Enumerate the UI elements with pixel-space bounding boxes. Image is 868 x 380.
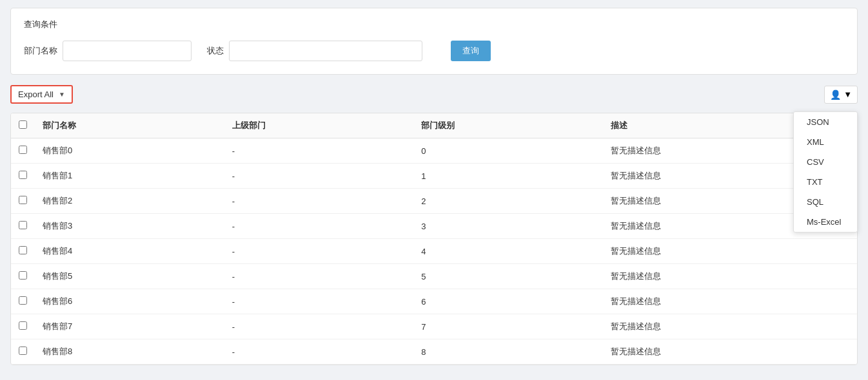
cell-description: 暂无描述信息 <box>603 239 857 264</box>
status-input[interactable] <box>229 41 422 61</box>
cell-parent-dept: - <box>224 264 414 289</box>
table-row: 销售部5 - 5 暂无描述信息 <box>11 264 857 289</box>
row-checkbox-1[interactable] <box>19 171 27 179</box>
row-checkbox-0[interactable] <box>19 146 27 154</box>
row-checkbox-6[interactable] <box>19 296 27 305</box>
cell-parent-dept: - <box>224 189 414 214</box>
row-checkbox-cell <box>11 339 35 365</box>
dropdown-item-txt[interactable]: TXT <box>794 172 857 192</box>
select-all-checkbox[interactable] <box>19 120 27 129</box>
cell-dept-level: 6 <box>413 289 603 314</box>
cell-dept-level: 4 <box>413 239 603 264</box>
export-all-button[interactable]: Export All ▼ <box>10 85 73 104</box>
cell-parent-dept: - <box>224 164 414 189</box>
status-label: 状态 <box>207 45 224 57</box>
row-checkbox-cell <box>11 214 35 239</box>
cell-dept-name: 销售部6 <box>35 289 224 314</box>
data-table-wrapper: 部门名称 上级部门 部门级别 描述 销售部0 - 0 暂无描述信息 销售部1 -… <box>10 113 858 365</box>
row-checkbox-2[interactable] <box>19 196 27 204</box>
cell-description: 暂无描述信息 <box>603 289 857 314</box>
row-checkbox-5[interactable] <box>19 271 27 280</box>
table-row: 销售部7 - 7 暂无描述信息 <box>11 314 857 339</box>
dropdown-item-sql[interactable]: SQL <box>794 192 857 212</box>
data-table: 部门名称 上级部门 部门级别 描述 销售部0 - 0 暂无描述信息 销售部1 -… <box>11 113 857 365</box>
cell-dept-level: 5 <box>413 264 603 289</box>
cell-description: 暂无描述信息 <box>603 264 857 289</box>
cell-dept-level: 3 <box>413 214 603 239</box>
cell-dept-level: 8 <box>413 339 603 365</box>
table-body: 销售部0 - 0 暂无描述信息 销售部1 - 1 暂无描述信息 销售部2 - 2… <box>11 138 857 365</box>
cell-dept-name: 销售部0 <box>35 138 224 164</box>
header-checkbox-cell <box>11 113 35 138</box>
cell-parent-dept: - <box>224 214 414 239</box>
dept-name-label: 部门名称 <box>24 45 57 57</box>
row-checkbox-cell <box>11 138 35 164</box>
table-row: 销售部3 - 3 暂无描述信息 <box>11 214 857 239</box>
row-checkbox-cell <box>11 264 35 289</box>
table-row: 销售部4 - 4 暂无描述信息 <box>11 239 857 264</box>
row-checkbox-cell <box>11 314 35 339</box>
cell-dept-name: 销售部4 <box>35 239 224 264</box>
cell-dept-name: 销售部3 <box>35 214 224 239</box>
toolbar-right: 👤 ▼ JSON XML CSV TXT SQL Ms-Excel <box>824 86 858 104</box>
dropdown-item-msexcel[interactable]: Ms-Excel <box>794 212 857 232</box>
query-form: 部门名称 状态 查询 <box>24 41 844 61</box>
table-row: 销售部2 - 2 暂无描述信息 <box>11 189 857 214</box>
export-all-label: Export All <box>18 90 54 99</box>
dropdown-arrow-icon: ▼ <box>843 90 852 99</box>
column-settings-button[interactable]: 👤 ▼ <box>824 86 858 104</box>
row-checkbox-4[interactable] <box>19 246 27 254</box>
query-button[interactable]: 查询 <box>451 41 491 61</box>
cell-dept-level: 2 <box>413 189 603 214</box>
person-icon: 👤 <box>830 90 841 100</box>
dept-name-input[interactable] <box>63 41 192 61</box>
cell-parent-dept: - <box>224 239 414 264</box>
dropdown-item-csv[interactable]: CSV <box>794 152 857 172</box>
row-checkbox-cell <box>11 164 35 189</box>
cell-dept-name: 销售部5 <box>35 264 224 289</box>
header-parent-dept: 上级部门 <box>224 113 414 138</box>
cell-dept-level: 0 <box>413 138 603 164</box>
export-dropdown-arrow-icon: ▼ <box>59 91 65 98</box>
table-row: 销售部6 - 6 暂无描述信息 <box>11 289 857 314</box>
cell-dept-name: 销售部1 <box>35 164 224 189</box>
cell-parent-dept: - <box>224 314 414 339</box>
cell-parent-dept: - <box>224 289 414 314</box>
cell-dept-level: 1 <box>413 164 603 189</box>
row-checkbox-cell <box>11 289 35 314</box>
cell-description: 暂无描述信息 <box>603 314 857 339</box>
cell-parent-dept: - <box>224 138 414 164</box>
cell-description: 暂无描述信息 <box>603 339 857 365</box>
table-row: 销售部0 - 0 暂无描述信息 <box>11 138 857 164</box>
cell-dept-name: 销售部7 <box>35 314 224 339</box>
cell-dept-level: 7 <box>413 314 603 339</box>
export-format-dropdown: JSON XML CSV TXT SQL Ms-Excel <box>793 111 858 233</box>
cell-dept-name: 销售部2 <box>35 189 224 214</box>
toolbar: Export All ▼ 👤 ▼ JSON XML CSV TXT SQL Ms… <box>10 81 858 108</box>
row-checkbox-cell <box>11 189 35 214</box>
cell-parent-dept: - <box>224 339 414 365</box>
row-checkbox-cell <box>11 239 35 264</box>
table-row: 销售部1 - 1 暂无描述信息 <box>11 164 857 189</box>
header-dept-level: 部门级别 <box>413 113 603 138</box>
cell-dept-name: 销售部8 <box>35 339 224 365</box>
dropdown-item-xml[interactable]: XML <box>794 132 857 152</box>
dropdown-item-json[interactable]: JSON <box>794 112 857 132</box>
row-checkbox-8[interactable] <box>19 347 27 355</box>
table-row: 销售部8 - 8 暂无描述信息 <box>11 339 857 365</box>
header-dept-name: 部门名称 <box>35 113 224 138</box>
table-header-row: 部门名称 上级部门 部门级别 描述 <box>11 113 857 138</box>
status-form-item: 状态 <box>207 41 422 61</box>
row-checkbox-7[interactable] <box>19 321 27 330</box>
query-panel-title: 查询条件 <box>24 19 844 30</box>
query-panel: 查询条件 部门名称 状态 查询 <box>10 8 858 75</box>
row-checkbox-3[interactable] <box>19 221 27 229</box>
dept-name-form-item: 部门名称 <box>24 41 192 61</box>
